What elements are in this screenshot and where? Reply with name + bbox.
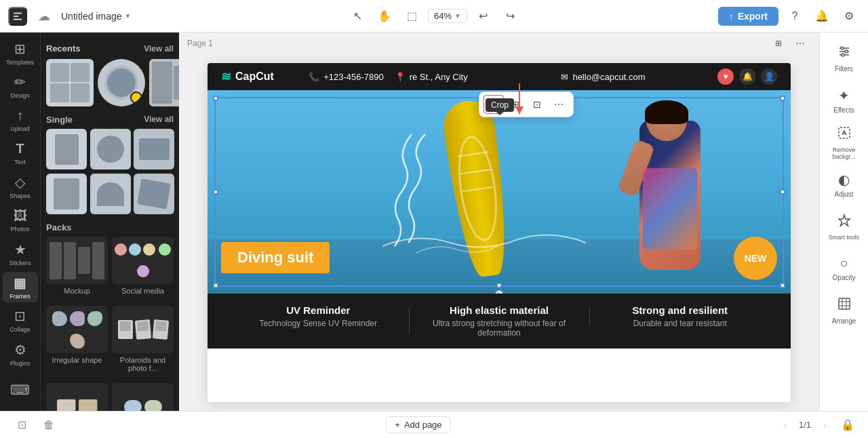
keyboard-shortcuts-button[interactable]: ⌨ [3, 375, 38, 405]
right-item-filters[interactable]: Filters [823, 38, 866, 79]
pack-torn-paper[interactable]: Torn paper [46, 383, 108, 411]
delete-page-button[interactable]: 🗑 [38, 414, 60, 436]
frames-label: Frames [9, 293, 31, 300]
polaroids-label: Polaroids and photo f... [112, 356, 174, 372]
irregular-label: Irregular shape [46, 356, 108, 364]
bottom-right: ‹ 1/1 › 🔒 [777, 416, 857, 435]
photos-icon: 🖼 [14, 208, 27, 224]
icon-rail: ⊞ Templates ✏ Design ↑ Upload T Text ◇ S… [0, 33, 41, 411]
single-view-all[interactable]: View all [144, 115, 174, 125]
svg-rect-11 [839, 127, 850, 138]
stickers-icon: ★ [14, 241, 26, 258]
help-button[interactable]: ? [784, 5, 806, 27]
hand-tool-button[interactable]: ✋ [374, 5, 395, 27]
packs-title: Packs [46, 222, 72, 233]
sidebar-item-templates[interactable]: ⊞ Templates [3, 38, 38, 68]
diving-suit-label: Diving suit [221, 242, 330, 273]
logo-button[interactable] [8, 7, 27, 26]
add-page-label: Add page [404, 420, 442, 430]
single-frame-2[interactable] [90, 129, 131, 170]
plugins-icon: ⚙ [14, 342, 26, 358]
right-item-effects[interactable]: ✦ Effects [823, 80, 866, 121]
photos-label: Photos [10, 226, 29, 233]
recents-view-all[interactable]: View all [144, 44, 174, 54]
right-sidebar: Filters ✦ Effects Remove backgr... ◐ Adj… [819, 33, 868, 411]
page-options-button[interactable]: ⋯ [789, 33, 811, 54]
sidebar-item-frames[interactable]: ▦ Frames [3, 272, 38, 302]
single-frame-3[interactable] [134, 129, 174, 170]
lock-button[interactable]: 🔒 [838, 416, 857, 435]
single-frame-5[interactable] [90, 174, 131, 214]
heart-icon[interactable]: ♥ [717, 68, 734, 85]
frame-tool-button[interactable]: ⬚ [401, 5, 422, 27]
sidebar-item-plugins[interactable]: ⚙ Plugins [3, 338, 38, 369]
pack-mockup[interactable]: Mockup [46, 237, 108, 295]
stickers-label: Stickers [9, 260, 31, 266]
export-button[interactable]: ↑ Export [718, 7, 778, 26]
recent-thumb-2[interactable] [98, 59, 145, 106]
page-fit-button[interactable]: ⊞ [768, 33, 789, 54]
design-header: ≋ CapCut 📞 +123-456-7890 📍 re St., Any C… [208, 63, 791, 90]
notifications-button[interactable]: 🔔 [811, 5, 833, 27]
zoom-control[interactable]: 64% ▼ [428, 9, 467, 23]
pack-irregular[interactable]: Irregular shape [46, 306, 108, 372]
next-page-button[interactable]: › [816, 417, 833, 433]
right-item-smart-tools[interactable]: Smart tools [823, 206, 866, 247]
pack-social-media[interactable]: Social media [112, 237, 174, 295]
smart-tools-icon [837, 213, 852, 231]
svg-point-8 [845, 50, 848, 53]
prev-page-button[interactable]: ‹ [777, 417, 793, 433]
more-button[interactable]: ⋯ [549, 95, 569, 114]
bottom-left: ⊡ 🗑 [11, 414, 60, 436]
filters-label: Filters [835, 65, 853, 73]
adjust-label: Adjust [835, 191, 854, 198]
single-frame-6[interactable] [134, 174, 174, 214]
plugins-label: Plugins [10, 360, 31, 367]
phone-contact: 📞 +123-456-7890 [309, 72, 384, 82]
sidebar-item-photos[interactable]: 🖼 Photos [3, 205, 38, 235]
single-frame-1[interactable] [46, 129, 87, 170]
cloud-icon: ☁ [38, 9, 50, 24]
sidebar-item-shapes[interactable]: ◇ Shapes [3, 172, 38, 202]
shapes-label: Shapes [9, 193, 31, 199]
address-text: re St., Any City [410, 72, 468, 82]
sidebar-item-design[interactable]: ✏ Design [3, 71, 38, 102]
right-item-arrange[interactable]: Arrange [823, 290, 866, 331]
select-tool-button[interactable]: ↖ [347, 5, 368, 27]
copy-button[interactable]: ⊡ [527, 95, 547, 114]
email-icon: ✉ [561, 72, 568, 82]
grid-button[interactable]: ⊞ [505, 95, 526, 114]
right-item-opacity[interactable]: ○ Opacity [823, 248, 866, 289]
collage-label: Collage [9, 326, 31, 333]
sidebar-item-upload[interactable]: ↑ Upload [3, 105, 38, 136]
bell-icon[interactable]: 🔔 [739, 68, 755, 85]
zoom-dropdown-icon: ▼ [454, 12, 461, 20]
doc-title-button[interactable]: Untitled image ▼ [56, 8, 136, 24]
crop-button[interactable] [484, 95, 504, 114]
right-item-adjust[interactable]: ◐ Adjust [823, 164, 866, 205]
add-page-button[interactable]: + Add page [386, 416, 450, 433]
undo-button[interactable]: ↩ [473, 5, 494, 27]
right-item-remove-bg[interactable]: Remove backgr... [823, 122, 866, 163]
sidebar-item-text[interactable]: T Text [3, 138, 38, 169]
recent-thumb-1[interactable] [46, 59, 94, 106]
footer-item-2: High elastic material Ultra strong stret… [409, 304, 590, 338]
footer-item-1: UV Reminder Technology Sense UV Reminder [228, 304, 409, 328]
svg-point-10 [842, 54, 844, 56]
canvas-scroll[interactable]: Crop [179, 54, 819, 411]
sidebar-item-collage[interactable]: ⊡ Collage [3, 305, 38, 336]
sidebar-item-stickers[interactable]: ★ Stickers [3, 239, 38, 269]
single-frame-4[interactable] [46, 174, 87, 214]
templates-label: Templates [6, 59, 34, 66]
location-icon: 📍 [395, 72, 406, 82]
pack-polaroids[interactable]: Polaroids and photo f... [112, 306, 174, 372]
frames-panel: Recents View all [41, 33, 179, 411]
redo-button[interactable]: ↪ [500, 5, 521, 27]
copy-page-button[interactable]: ⊡ [11, 414, 33, 436]
avatar-icon[interactable]: 👤 [761, 68, 777, 85]
templates-icon: ⊞ [14, 41, 26, 57]
recent-thumb-3[interactable] [149, 59, 179, 106]
settings-button[interactable]: ⚙ [838, 5, 860, 27]
pack-speech-balloons[interactable]: Speech balloons [112, 383, 174, 411]
collage-icon: ⊡ [14, 308, 26, 324]
